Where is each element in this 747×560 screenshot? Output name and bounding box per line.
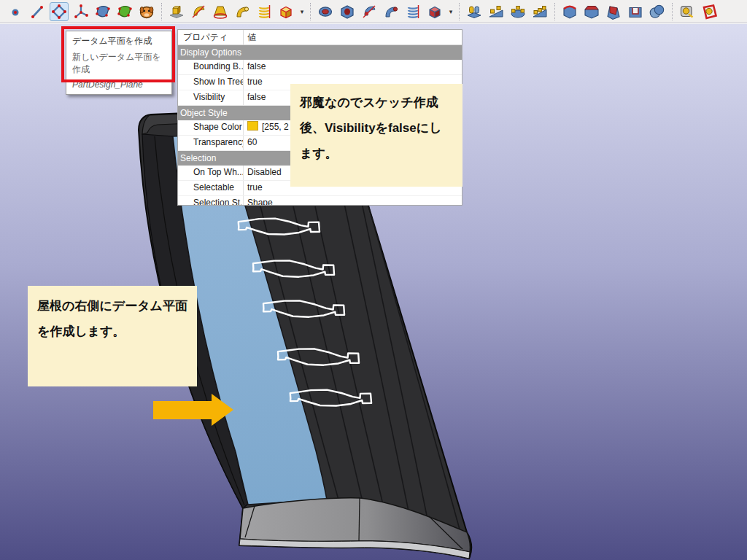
properties-header: プロパティ 値 bbox=[178, 30, 462, 45]
property-name: On Top Wh... bbox=[178, 166, 244, 180]
datum-line-icon[interactable] bbox=[28, 2, 47, 21]
measure-refresh-icon[interactable] bbox=[700, 2, 719, 21]
property-name: Transparency bbox=[178, 136, 244, 150]
toolbar: ▾▾ bbox=[0, 0, 747, 23]
draft-icon[interactable] bbox=[604, 2, 623, 21]
property-name: Shape Color bbox=[178, 120, 244, 135]
app-window: ▾▾ bbox=[0, 0, 747, 560]
property-value[interactable]: false bbox=[244, 60, 462, 74]
tooltip-description: 新しいデータム平面を作成 bbox=[72, 51, 166, 76]
property-name: Visibility bbox=[178, 90, 244, 105]
toolbar-separator bbox=[310, 3, 311, 20]
property-name: Show In Tree bbox=[178, 75, 244, 90]
polar-pattern-icon[interactable] bbox=[508, 2, 527, 21]
measure-linear-icon[interactable] bbox=[678, 2, 697, 21]
datum-plane-icon[interactable] bbox=[50, 2, 69, 21]
property-name: Selectable bbox=[178, 181, 244, 195]
sub-shape-binder-icon[interactable] bbox=[115, 2, 134, 21]
fillet-icon[interactable] bbox=[560, 2, 579, 21]
thickness-icon[interactable] bbox=[626, 2, 645, 21]
additive-primitive-box-icon[interactable] bbox=[276, 2, 295, 21]
property-value[interactable]: Shape bbox=[244, 196, 462, 206]
property-name: Selection St... bbox=[178, 196, 244, 206]
boolean-operation-icon[interactable] bbox=[648, 2, 667, 21]
additive-primitive-box-dropdown-caret[interactable]: ▾ bbox=[298, 2, 306, 21]
clone-icon[interactable] bbox=[137, 2, 156, 21]
linear-pattern-icon[interactable] bbox=[487, 2, 506, 21]
3d-viewport[interactable]: プロパティ 値 Display OptionsBounding B...fals… bbox=[0, 24, 747, 560]
property-section-header[interactable]: Display Options bbox=[178, 45, 462, 60]
color-swatch bbox=[247, 121, 258, 131]
additive-helix-icon[interactable] bbox=[255, 2, 274, 21]
datum-point-icon[interactable] bbox=[6, 2, 25, 21]
chamfer-icon[interactable] bbox=[582, 2, 601, 21]
hole-icon[interactable] bbox=[338, 2, 357, 21]
tooltip: データム平面を作成 新しいデータム平面を作成 PartDesign_Plane bbox=[66, 31, 172, 95]
groove-icon[interactable] bbox=[360, 2, 379, 21]
tooltip-command: PartDesign_Plane bbox=[72, 79, 166, 90]
properties-header-name: プロパティ bbox=[178, 30, 244, 44]
toolbar-separator bbox=[459, 3, 460, 20]
property-row[interactable]: Bounding B...false bbox=[178, 60, 462, 75]
annotation-note-top: 邪魔なのでスケッチ作成後、Visibilityをfalseにします。 bbox=[290, 84, 462, 187]
shape-binder-icon[interactable] bbox=[93, 2, 112, 21]
pad-icon[interactable] bbox=[167, 2, 186, 21]
subtractive-primitive-box-icon[interactable] bbox=[425, 2, 444, 21]
subtractive-pipe-icon[interactable] bbox=[382, 2, 400, 21]
toolbar-separator bbox=[672, 3, 673, 20]
property-name: Bounding B... bbox=[178, 60, 244, 74]
properties-header-value: 値 bbox=[244, 30, 462, 44]
property-row[interactable]: Selection St...Shape bbox=[178, 196, 462, 206]
mirrored-icon[interactable] bbox=[465, 2, 484, 21]
additive-pipe-icon[interactable] bbox=[233, 2, 252, 21]
annotation-arrow bbox=[150, 386, 237, 430]
subtractive-primitive-box-dropdown-caret[interactable]: ▾ bbox=[447, 2, 454, 21]
toolbar-separator bbox=[161, 3, 163, 20]
tooltip-title: データム平面を作成 bbox=[72, 35, 166, 47]
pocket-icon[interactable] bbox=[316, 2, 335, 21]
additive-loft-icon[interactable] bbox=[211, 2, 230, 21]
revolution-icon[interactable] bbox=[189, 2, 208, 21]
toolbar-separator bbox=[554, 3, 556, 20]
annotation-note-left: 屋根の右側にデータム平面を作成します。 bbox=[28, 286, 197, 386]
local-coordinate-system-icon[interactable] bbox=[71, 2, 90, 21]
multi-transform-icon[interactable] bbox=[530, 2, 549, 21]
subtractive-helix-icon[interactable] bbox=[403, 2, 422, 21]
